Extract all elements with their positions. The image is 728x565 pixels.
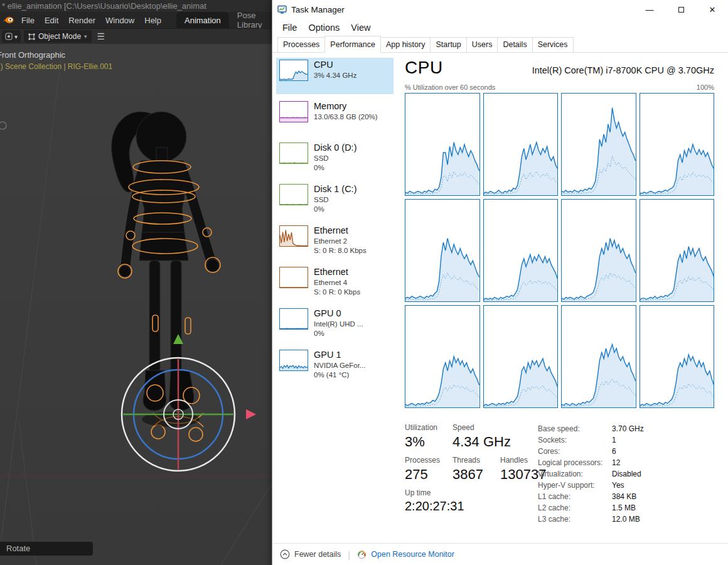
cpu-stats: Utilization3%Speed4.34 GHzProcesses275Th… bbox=[405, 423, 538, 526]
tab-users[interactable]: Users bbox=[466, 37, 498, 53]
workspace-tab-animation[interactable]: Animation bbox=[176, 12, 229, 28]
perf-sidebar-item-gpu0[interactable]: GPU 0Intel(R) UHD ...0% bbox=[276, 306, 393, 343]
editor-type-icon bbox=[5, 33, 13, 40]
sidebar-item-text: GPU 1NVIDIA GeFor...0% (41 °C) bbox=[314, 350, 365, 379]
detail-row: Virtualization:Disabled bbox=[538, 470, 714, 478]
blender-menu-help[interactable]: Help bbox=[139, 12, 166, 28]
memory-mini-graph bbox=[279, 101, 308, 122]
chevron-up-circle-icon bbox=[280, 549, 290, 559]
cpu-core-graph-7 bbox=[561, 199, 636, 302]
blender-menubar: FileEditRenderWindowHelp AnimationPose L… bbox=[0, 12, 272, 28]
blender-menu-file[interactable]: File bbox=[16, 12, 40, 28]
tab-startup[interactable]: Startup bbox=[430, 37, 466, 53]
sidebar-item-text: Memory13.0/63.8 GB (20%) bbox=[314, 101, 378, 121]
workspace-tabs: AnimationPose Library bbox=[176, 12, 270, 28]
cpu-core-graph-5 bbox=[405, 199, 480, 302]
open-resource-monitor-link[interactable]: Open Resource Monitor bbox=[357, 550, 454, 559]
titlebar[interactable]: Task Manager — ✕ bbox=[272, 0, 728, 19]
tab-processes[interactable]: Processes bbox=[277, 37, 325, 53]
disk1-mini-graph bbox=[279, 184, 308, 205]
menu-burger-icon[interactable]: ☰ bbox=[95, 31, 108, 41]
workspace-tab-pose-library[interactable]: Pose Library bbox=[229, 12, 270, 28]
3d-scene bbox=[0, 44, 272, 565]
sidebar-item-text: Disk 1 (C:)SSD0% bbox=[314, 184, 356, 213]
window-title: Task Manager bbox=[291, 5, 345, 14]
cpu-core-graph-4 bbox=[640, 93, 715, 196]
cpu-core-graph-1 bbox=[405, 93, 480, 196]
cpu-core-graph-6 bbox=[483, 199, 559, 302]
cpu-mini-graph bbox=[279, 60, 308, 81]
resource-monitor-icon bbox=[357, 550, 367, 559]
character-model bbox=[112, 112, 219, 411]
detail-row: Hyper-V support:Yes bbox=[538, 481, 714, 490]
performance-sidebar: CPU3% 4.34 GHzMemory13.0/63.8 GB (20%)Di… bbox=[272, 58, 393, 543]
object-mode-dropdown[interactable]: Object Mode ▾ bbox=[24, 30, 92, 43]
task-manager-app-icon bbox=[277, 5, 287, 14]
cpu-static-details: Base speed:3.70 GHzSockets:1Cores:6Logic… bbox=[538, 423, 714, 526]
blender-menu-window[interactable]: Window bbox=[100, 12, 139, 28]
maximize-button[interactable] bbox=[665, 0, 697, 19]
sidebar-item-text: Disk 0 (D:)SSD0% bbox=[314, 143, 356, 172]
perf-sidebar-item-gpu1[interactable]: GPU 1NVIDIA GeFor...0% (41 °C) bbox=[276, 348, 393, 384]
stat-speed: Speed4.34 GHz bbox=[452, 423, 511, 450]
tab-strip: ProcessesPerformanceApp historyStartupUs… bbox=[272, 36, 728, 53]
sidebar-item-text: GPU 0Intel(R) UHD ...0% bbox=[314, 308, 363, 338]
menu-options[interactable]: Options bbox=[302, 23, 345, 33]
detail-row: L2 cache:1.5 MB bbox=[538, 503, 714, 512]
detail-row: Logical processors:12 bbox=[538, 458, 714, 467]
detail-row: L1 cache:384 KB bbox=[538, 492, 714, 501]
panel-heading: CPU bbox=[405, 58, 443, 78]
perf-sidebar-item-cpu[interactable]: CPU3% 4.34 GHz bbox=[276, 58, 393, 94]
detail-row: Sockets:1 bbox=[538, 436, 714, 444]
cpu-performance-panel: CPU Intel(R) Core(TM) i7-8700K CPU @ 3.7… bbox=[393, 58, 728, 543]
tab-details[interactable]: Details bbox=[497, 37, 532, 53]
gpu0-mini-graph bbox=[279, 308, 308, 330]
fewer-details-label: Fewer details bbox=[294, 550, 341, 559]
tab-performance[interactable]: Performance bbox=[324, 36, 381, 53]
blender-menu-render[interactable]: Render bbox=[63, 12, 100, 28]
status-operator-pill: Rotate bbox=[0, 542, 93, 556]
sidebar-item-text: EthernetEthernet 2S: 0 R: 8.0 Kbps bbox=[314, 225, 367, 255]
perf-sidebar-item-disk0[interactable]: Disk 0 (D:)SSD0% bbox=[276, 141, 393, 177]
view-name-overlay: Front Orthographic bbox=[0, 50, 65, 60]
blender-logo-icon bbox=[3, 15, 15, 25]
perf-sidebar-item-ethernet4[interactable]: EthernetEthernet 4S: 0 R: 0 Kbps bbox=[276, 265, 393, 301]
blender-viewport-header: ▾ Object Mode ▾ ☰ bbox=[0, 28, 272, 44]
minimize-button[interactable]: — bbox=[634, 0, 665, 19]
footer-divider: | bbox=[348, 549, 350, 560]
close-button[interactable]: ✕ bbox=[697, 0, 728, 19]
stat-up-time: Up time2:20:27:31 bbox=[405, 488, 464, 514]
blender-menu-edit[interactable]: Edit bbox=[40, 12, 63, 28]
editor-type-dropdown[interactable]: ▾ bbox=[2, 30, 21, 43]
perf-sidebar-item-disk1[interactable]: Disk 1 (C:)SSD0% bbox=[276, 182, 393, 218]
translate-x-arrow-icon bbox=[246, 409, 256, 419]
menu-view[interactable]: View bbox=[345, 23, 376, 33]
object-mode-label: Object Mode bbox=[38, 32, 81, 41]
fewer-details-button[interactable]: Fewer details bbox=[280, 549, 341, 559]
tab-app-history[interactable]: App history bbox=[380, 37, 431, 53]
detail-row: L3 cache:12.0 MB bbox=[538, 515, 714, 524]
tab-services[interactable]: Services bbox=[532, 37, 574, 53]
perf-sidebar-item-ethernet2[interactable]: EthernetEthernet 2S: 0 R: 8.0 Kbps bbox=[276, 223, 393, 260]
stat-processes: Processes275 bbox=[405, 456, 452, 483]
cpu-core-graph-10 bbox=[483, 305, 559, 408]
stat-threads: Threads3867 bbox=[452, 456, 500, 483]
3d-viewport[interactable]: Front Orthographic (1) Scene Collection … bbox=[0, 44, 272, 565]
scene-collection-overlay: (1) Scene Collection | RIG-Ellie.001 bbox=[0, 62, 112, 71]
cpu-core-graph-11 bbox=[561, 305, 636, 408]
cpu-core-graph-9 bbox=[405, 305, 480, 408]
ethernet2-mini-graph bbox=[279, 225, 308, 247]
menu-file[interactable]: File bbox=[277, 23, 302, 33]
menubar: FileOptionsView bbox=[272, 19, 728, 36]
detail-row: Cores:6 bbox=[538, 447, 714, 456]
gpu1-mini-graph bbox=[279, 350, 308, 371]
cpu-core-graph-12 bbox=[640, 305, 715, 408]
cpu-core-graph-3 bbox=[561, 93, 636, 196]
open-resource-monitor-label: Open Resource Monitor bbox=[371, 550, 454, 559]
footer-bar: Fewer details | Open Resource Monitor bbox=[272, 543, 728, 565]
ethernet4-mini-graph bbox=[279, 267, 308, 288]
perf-sidebar-item-memory[interactable]: Memory13.0/63.8 GB (20%) bbox=[276, 99, 393, 136]
cpu-core-graph-8 bbox=[640, 199, 715, 302]
cpu-core-graph-2 bbox=[483, 93, 559, 196]
blender-menus: FileEditRenderWindowHelp bbox=[16, 12, 166, 28]
